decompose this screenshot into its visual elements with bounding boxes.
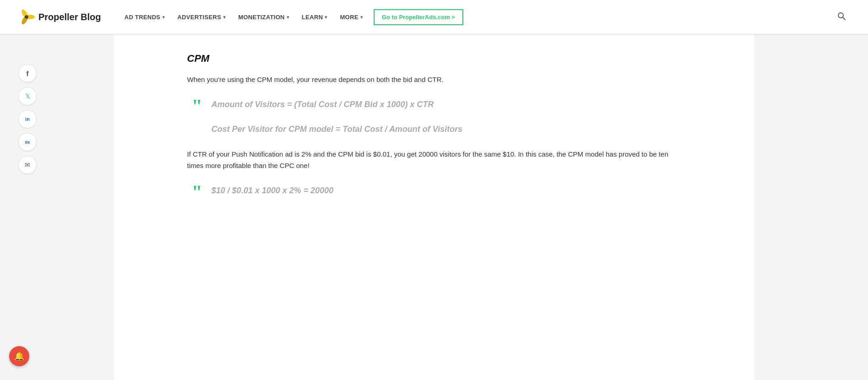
svg-line-6 [843, 17, 846, 20]
intro-paragraph: When you're using the CPM model, your re… [187, 74, 681, 86]
blockquote-calculation: " $10 / $0.01 x 1000 x 2% = 20000 [187, 185, 681, 202]
body-paragraph: If CTR of your Push Notification ad is 2… [187, 148, 681, 172]
notification-bell-button[interactable]: 🔔 [9, 346, 29, 366]
svg-point-4 [26, 16, 27, 18]
nav-item-ad-trends[interactable]: AD TRENDS ▾ [119, 10, 170, 24]
learn-chevron-icon: ▾ [325, 15, 327, 20]
facebook-icon: f [27, 70, 29, 77]
monetization-chevron-icon: ▾ [287, 15, 289, 20]
logo-area[interactable]: Propeller Blog [18, 9, 119, 25]
nav-item-advertisers[interactable]: ADVERTISERS ▾ [172, 10, 231, 24]
vk-icon: вк [25, 140, 30, 145]
nav-item-monetization[interactable]: MONETIZATION ▾ [233, 10, 295, 24]
linkedin-icon: in [25, 116, 30, 122]
propeller-logo-icon [18, 9, 35, 25]
more-chevron-icon: ▾ [360, 15, 363, 20]
linkedin-share-button[interactable]: in [18, 110, 37, 128]
site-header: Propeller Blog AD TRENDS ▾ ADVERTISERS ▾… [0, 0, 868, 34]
quote-mark-icon: " [192, 97, 202, 116]
formula-2: Cost Per Visitor for CPM model = Total C… [211, 123, 462, 136]
nav-item-learn[interactable]: LEARN ▾ [296, 10, 333, 24]
advertisers-chevron-icon: ▾ [223, 15, 225, 20]
page-wrapper: CPM When you're using the CPM model, you… [0, 34, 868, 380]
main-nav: AD TRENDS ▾ ADVERTISERS ▾ MONETIZATION ▾… [119, 9, 833, 25]
nav-cta-button[interactable]: Go to PropellerAds.com > [374, 9, 463, 25]
blockquote-formulas: " Amount of Visitors = (Total Cost / CPM… [187, 98, 681, 136]
quote-mark-2-icon: " [192, 183, 202, 202]
article-content: CPM When you're using the CPM model, you… [114, 34, 754, 380]
logo-text: Propeller Blog [38, 12, 101, 22]
formula-1: Amount of Visitors = (Total Cost / CPM B… [211, 98, 462, 111]
email-share-button[interactable]: ✉ [18, 156, 37, 174]
bell-icon: 🔔 [14, 351, 24, 361]
section-heading-cpm: CPM [187, 53, 681, 65]
nav-item-more[interactable]: MORE ▾ [334, 10, 368, 24]
search-icon [837, 11, 846, 21]
email-icon: ✉ [25, 161, 30, 169]
formula-block: Amount of Visitors = (Total Cost / CPM B… [211, 98, 462, 136]
ad-trends-chevron-icon: ▾ [162, 15, 165, 20]
social-sidebar: f 𝕏 in вк ✉ [18, 64, 37, 174]
search-button[interactable] [833, 8, 850, 27]
twitter-share-button[interactable]: 𝕏 [18, 87, 37, 105]
vk-share-button[interactable]: вк [18, 133, 37, 151]
facebook-share-button[interactable]: f [18, 64, 37, 82]
calculation-formula: $10 / $0.01 x 1000 x 2% = 20000 [211, 185, 333, 197]
twitter-icon: 𝕏 [25, 92, 30, 100]
